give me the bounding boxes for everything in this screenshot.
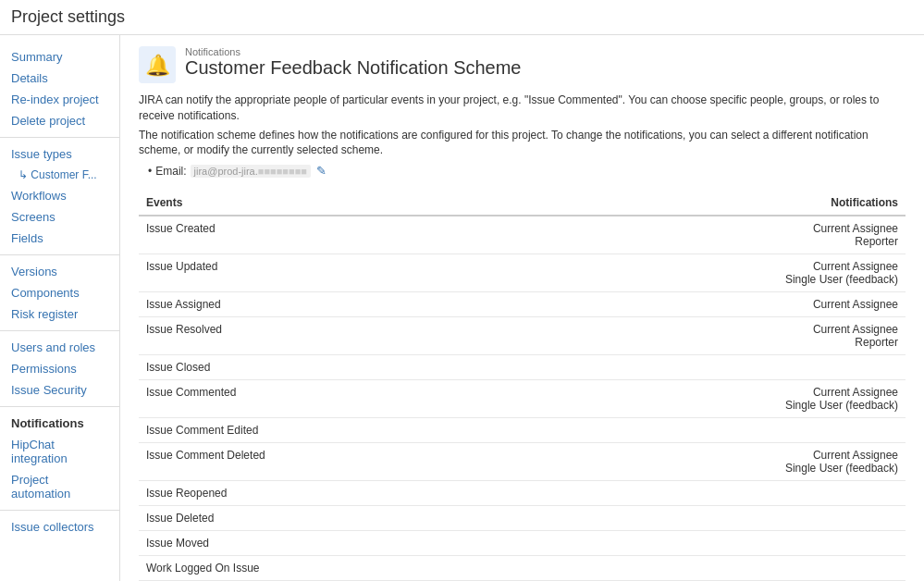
notifications-cell: Current Assignee: [595, 292, 906, 317]
table-row: Issue AssignedCurrent Assignee: [139, 292, 906, 317]
notification-entry: Single User (feedback): [602, 273, 898, 286]
sidebar-item-delete[interactable]: Delete project: [0, 110, 119, 131]
event-cell: Issue Created: [139, 216, 595, 254]
event-cell: Issue Commented: [139, 380, 595, 418]
event-cell: Issue Assigned: [139, 292, 595, 317]
sidebar-item-screens[interactable]: Screens: [0, 206, 119, 228]
notifications-cell: Current AssigneeReporter: [595, 216, 906, 254]
sidebar-item-permissions[interactable]: Permissions: [0, 358, 119, 379]
col-notifications: Notifications: [595, 191, 906, 216]
table-row: Issue ResolvedCurrent AssigneeReporter: [139, 317, 906, 355]
table-row: Issue Closed: [139, 355, 906, 380]
event-cell: Issue Resolved: [139, 317, 595, 355]
email-value: jira@prod-jira.■■■■■■■■: [191, 165, 311, 178]
notifications-cell: [595, 418, 906, 443]
notifications-cell: [595, 531, 906, 556]
notification-entry: Current Assignee: [602, 323, 898, 336]
scheme-title-block: Notifications Customer Feedback Notifica…: [185, 46, 522, 79]
notifications-cell: Current AssigneeSingle User (feedback): [595, 443, 906, 481]
email-label: Email:: [155, 165, 186, 178]
sidebar-item-summary[interactable]: Summary: [0, 46, 119, 68]
col-events: Events: [139, 191, 595, 216]
edit-icon[interactable]: ✎: [316, 164, 326, 178]
sidebar-item-workflows[interactable]: Workflows: [0, 185, 119, 206]
event-cell: Issue Deleted: [139, 506, 595, 531]
email-row: • Email: jira@prod-jira.■■■■■■■■ ✎: [148, 164, 906, 178]
table-row: Issue Comment Edited: [139, 418, 906, 443]
page-header: Project settings: [0, 0, 924, 35]
notification-entry: Single User (feedback): [602, 462, 898, 475]
sidebar-item-security[interactable]: Issue Security: [0, 379, 119, 401]
notifications-cell: Current AssigneeSingle User (feedback): [595, 380, 906, 418]
event-cell: Issue Moved: [139, 531, 595, 556]
event-cell: Issue Comment Edited: [139, 418, 595, 443]
notification-entry: Reporter: [602, 235, 898, 248]
main-content: 🔔 Notifications Customer Feedback Notifi…: [120, 35, 924, 581]
notification-entry: Current Assignee: [602, 260, 898, 273]
table-row: Issue CommentedCurrent AssigneeSingle Us…: [139, 380, 906, 418]
sidebar-item-collectors[interactable]: Issue collectors: [0, 516, 119, 538]
sidebar: SummaryDetailsRe-index projectDelete pro…: [0, 35, 120, 581]
page-title: Project settings: [11, 7, 913, 27]
event-cell: Issue Comment Deleted: [139, 443, 595, 481]
notifications-cell: [595, 556, 906, 581]
scheme-label: Notifications: [185, 46, 522, 57]
notifications-cell: [595, 506, 906, 531]
notifications-cell: Current AssigneeReporter: [595, 317, 906, 355]
notification-entry: Current Assignee: [602, 449, 898, 462]
sidebar-item-issue-types-sub[interactable]: ↳ Customer F...: [0, 165, 119, 185]
sidebar-item-reindex[interactable]: Re-index project: [0, 89, 119, 110]
sidebar-item-details[interactable]: Details: [0, 68, 119, 89]
notifications-cell: [595, 355, 906, 380]
table-row: Issue Comment DeletedCurrent AssigneeSin…: [139, 443, 906, 481]
sidebar-item-issue-types-heading[interactable]: Issue types: [0, 143, 119, 165]
layout: SummaryDetailsRe-index projectDelete pro…: [0, 35, 924, 581]
table-row: Issue CreatedCurrent AssigneeReporter: [139, 216, 906, 254]
notification-entry: Current Assignee: [602, 386, 898, 399]
event-cell: Issue Updated: [139, 254, 595, 292]
scheme-header: 🔔 Notifications Customer Feedback Notifi…: [139, 46, 906, 83]
notifications-icon: 🔔: [139, 46, 176, 83]
notifications-cell: Current AssigneeSingle User (feedback): [595, 254, 906, 292]
email-bullet: •: [148, 165, 152, 178]
notification-entry: Current Assignee: [602, 298, 898, 311]
table-row: Issue Reopened: [139, 481, 906, 506]
sidebar-item-users[interactable]: Users and roles: [0, 337, 119, 358]
scheme-title: Customer Feedback Notification Scheme: [185, 57, 522, 79]
notification-entry: Reporter: [602, 336, 898, 349]
sidebar-item-versions[interactable]: Versions: [0, 261, 119, 282]
table-row: Issue Deleted: [139, 506, 906, 531]
event-cell: Issue Reopened: [139, 481, 595, 506]
events-table: Events Notifications Issue CreatedCurren…: [139, 191, 906, 581]
sidebar-item-notifications[interactable]: Notifications: [0, 413, 119, 434]
notification-entry: Single User (feedback): [602, 399, 898, 412]
sidebar-item-fields[interactable]: Fields: [0, 228, 119, 249]
event-cell: Work Logged On Issue: [139, 556, 595, 581]
notification-entry: Current Assignee: [602, 222, 898, 235]
sidebar-item-hipchat[interactable]: HipChat integration: [0, 434, 119, 469]
description2: The notification scheme defines how the …: [139, 128, 906, 159]
sidebar-item-components[interactable]: Components: [0, 282, 119, 303]
table-row: Issue Moved: [139, 531, 906, 556]
sidebar-item-risk[interactable]: Risk register: [0, 303, 119, 325]
sidebar-item-automation[interactable]: Project automation: [0, 469, 119, 504]
event-cell: Issue Closed: [139, 355, 595, 380]
notifications-cell: [595, 481, 906, 506]
table-row: Work Logged On Issue: [139, 556, 906, 581]
description1: JIRA can notify the appropriate people o…: [139, 93, 906, 124]
table-row: Issue UpdatedCurrent AssigneeSingle User…: [139, 254, 906, 292]
svg-text:🔔: 🔔: [145, 53, 171, 78]
